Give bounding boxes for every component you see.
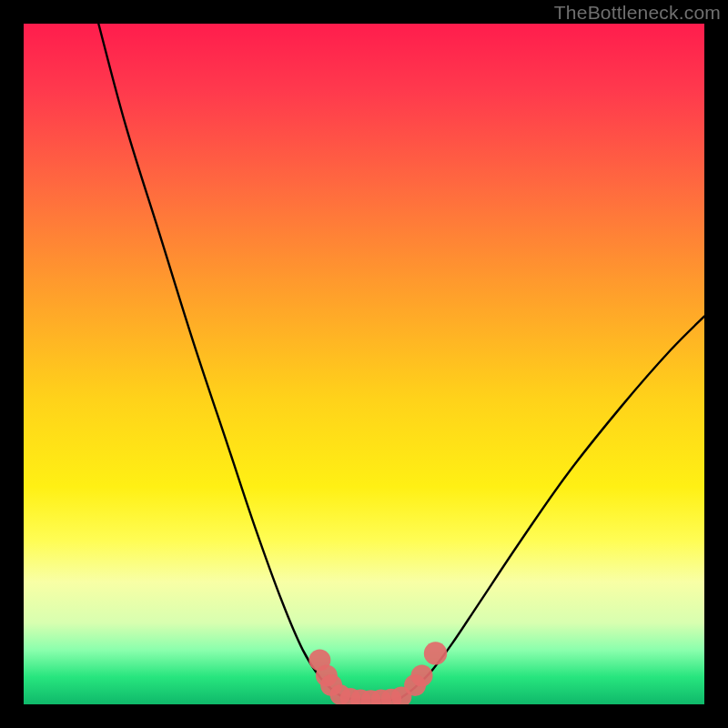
watermark-text: TheBottleneck.com xyxy=(554,2,721,24)
chart-frame: TheBottleneck.com xyxy=(0,0,728,728)
data-marker xyxy=(411,665,433,687)
data-marker xyxy=(424,642,447,664)
curve-right-curve xyxy=(401,317,704,698)
plot-area xyxy=(24,24,704,704)
bottleneck-curve xyxy=(24,24,704,704)
curve-left-curve xyxy=(98,24,343,698)
